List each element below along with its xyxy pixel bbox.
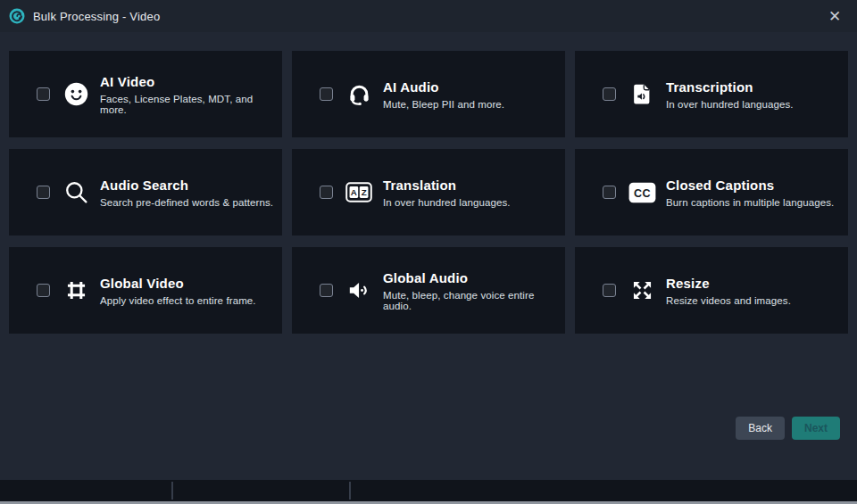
app-logo-icon <box>9 8 25 24</box>
card-title: Audio Search <box>100 178 273 193</box>
closed-captions-checkbox[interactable] <box>603 186 616 199</box>
card-resize[interactable]: Resize Resize videos and images. <box>575 247 848 334</box>
resize-checkbox[interactable] <box>603 284 616 297</box>
strip-divider <box>171 482 173 500</box>
back-button[interactable]: Back <box>736 417 785 440</box>
card-title: Closed Captions <box>666 178 834 193</box>
titlebar: Bulk Processing - Video ✕ <box>0 0 857 32</box>
card-description: Resize videos and images. <box>666 295 791 306</box>
card-translation[interactable]: A Z Translation In over hundred language… <box>292 149 565 235</box>
translation-checkbox[interactable] <box>320 186 333 199</box>
speaker-icon <box>345 278 373 302</box>
background-app-strip <box>0 480 857 501</box>
card-title: AI Video <box>100 74 282 89</box>
card-description: Mute, Bleep PII and more. <box>383 99 504 110</box>
next-button[interactable]: Next <box>792 417 840 440</box>
svg-text:A: A <box>351 187 357 197</box>
card-transcription[interactable]: Transcription In over hundred languages. <box>575 51 848 137</box>
global-audio-checkbox[interactable] <box>320 284 333 297</box>
transcription-checkbox[interactable] <box>603 87 616 101</box>
svg-text:Z: Z <box>362 187 367 197</box>
card-ai-audio[interactable]: AI Audio Mute, Bleep PII and more. <box>292 51 565 137</box>
options-grid: AI Video Faces, License Plates, MDT, and… <box>0 32 857 334</box>
card-global-video[interactable]: Global Video Apply video effect to entir… <box>9 247 282 334</box>
footer-actions: Back Next <box>736 417 840 440</box>
card-audio-search[interactable]: Audio Search Search pre-defined words & … <box>9 149 282 235</box>
global-video-checkbox[interactable] <box>37 284 50 297</box>
card-title: Resize <box>666 276 791 291</box>
card-title: Global Video <box>100 276 256 291</box>
card-description: In over hundred languages. <box>383 197 511 208</box>
card-description: In over hundred languages. <box>666 99 794 110</box>
ai-audio-checkbox[interactable] <box>320 87 333 101</box>
card-title: Translation <box>383 178 511 193</box>
frame-icon <box>62 278 90 302</box>
card-closed-captions[interactable]: CC Closed Captions Burn captions in mult… <box>575 149 848 235</box>
card-description: Faces, License Plates, MDT, and more. <box>100 94 282 115</box>
card-global-audio[interactable]: Global Audio Mute, bleep, change voice e… <box>292 247 565 334</box>
card-description: Burn captions in multiple languages. <box>666 197 834 208</box>
card-description: Search pre-defined words & patterns. <box>100 197 273 208</box>
card-title: Transcription <box>666 79 794 95</box>
card-title: Global Audio <box>383 270 565 285</box>
audio-search-checkbox[interactable] <box>37 186 50 199</box>
card-ai-video[interactable]: AI Video Faces, License Plates, MDT, and… <box>9 51 282 137</box>
headset-icon <box>345 82 373 106</box>
bulk-processing-dialog: Bulk Processing - Video ✕ AI Video Faces… <box>0 0 857 480</box>
close-icon[interactable]: ✕ <box>823 4 846 28</box>
audio-file-icon <box>628 82 656 106</box>
strip-divider <box>349 482 351 500</box>
search-icon <box>62 179 90 205</box>
card-description: Apply video effect to entire frame. <box>100 295 256 306</box>
smiley-face-icon <box>62 81 90 107</box>
ai-video-checkbox[interactable] <box>37 87 50 101</box>
closed-captions-icon: CC <box>628 182 656 203</box>
card-title: AI Audio <box>383 79 504 95</box>
window-title: Bulk Processing - Video <box>33 10 160 23</box>
svg-text:CC: CC <box>634 186 651 199</box>
resize-icon <box>628 278 656 302</box>
card-description: Mute, bleep, change voice entire audio. <box>383 290 565 311</box>
translate-icon: A Z <box>345 182 373 202</box>
